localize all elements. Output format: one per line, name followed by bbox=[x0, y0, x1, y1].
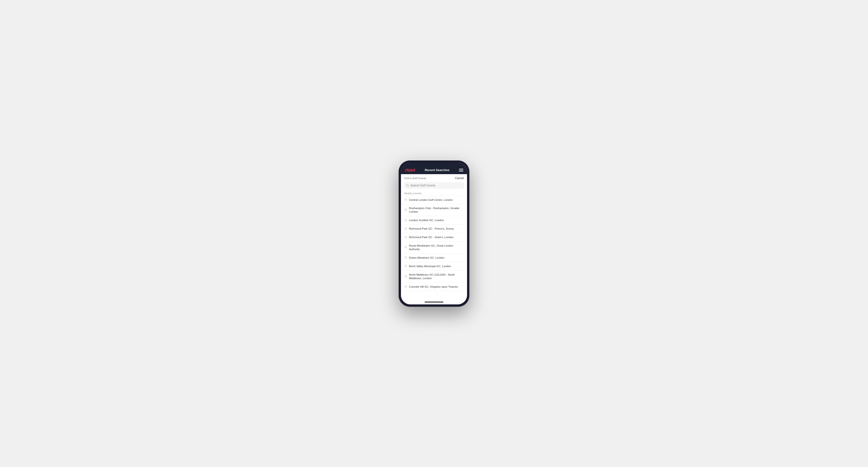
svg-point-2 bbox=[405, 199, 406, 200]
search-input[interactable] bbox=[410, 184, 462, 187]
svg-point-5 bbox=[405, 228, 406, 229]
app-logo: clippd bbox=[405, 168, 415, 172]
course-name: Roehampton Club - Roehampton, Greater Lo… bbox=[409, 207, 464, 214]
svg-point-4 bbox=[405, 220, 406, 220]
search-icon bbox=[406, 184, 409, 187]
course-list-item[interactable]: Richmond Park GC - Prince's, Surrey bbox=[401, 225, 467, 233]
svg-point-10 bbox=[405, 276, 406, 277]
location-pin-icon bbox=[404, 236, 407, 239]
location-pin-icon bbox=[404, 198, 407, 201]
svg-point-11 bbox=[405, 286, 406, 287]
course-list-item[interactable]: Central London Golf Centre, London bbox=[401, 196, 467, 205]
location-pin-icon bbox=[404, 219, 407, 222]
course-list-item[interactable]: North Middlesex GC (1011942 - North Midd… bbox=[401, 271, 467, 283]
course-list-item[interactable]: Coombe Hill GC, Kingston upon Thames bbox=[401, 283, 467, 291]
search-box bbox=[404, 182, 464, 189]
svg-point-6 bbox=[405, 237, 406, 238]
courses-list: Central London Golf Centre, London Roeha… bbox=[401, 196, 467, 291]
course-name: Dukes Meadows GC, London bbox=[409, 256, 444, 259]
phone-frame: clippd Recent Searches Find a Golf Cours… bbox=[399, 160, 469, 307]
location-pin-icon bbox=[404, 256, 407, 259]
menu-line-3 bbox=[459, 171, 463, 172]
course-list-item[interactable]: Royal Wimbledon GC, Great London Authori… bbox=[401, 242, 467, 254]
course-list-item[interactable]: London Scottish GC, London bbox=[401, 216, 467, 225]
status-bar bbox=[401, 163, 467, 166]
nearby-courses-section: Nearby courses Central London Golf Centr… bbox=[401, 191, 467, 300]
svg-point-8 bbox=[405, 257, 406, 258]
course-list-item[interactable]: Richmond Park GC - Duke's, London bbox=[401, 233, 467, 242]
location-pin-icon bbox=[404, 275, 407, 278]
course-name: Richmond Park GC - Prince's, Surrey bbox=[409, 227, 454, 230]
svg-point-7 bbox=[405, 247, 406, 248]
course-name: Coombe Hill GC, Kingston upon Thames bbox=[409, 285, 458, 289]
app-header: clippd Recent Searches bbox=[401, 166, 467, 174]
menu-line-2 bbox=[459, 170, 463, 170]
home-indicator bbox=[425, 302, 443, 303]
course-name: Brent Valley Municipal GC, London bbox=[409, 264, 451, 268]
location-pin-icon bbox=[404, 246, 407, 249]
location-pin-icon bbox=[404, 227, 407, 230]
nearby-header: Nearby courses bbox=[401, 191, 467, 196]
cancel-button[interactable]: Cancel bbox=[455, 177, 464, 180]
location-pin-icon bbox=[404, 209, 407, 212]
search-container bbox=[401, 181, 467, 191]
phone-screen: clippd Recent Searches Find a Golf Cours… bbox=[401, 163, 467, 304]
course-name: Royal Wimbledon GC, Great London Authori… bbox=[409, 244, 464, 251]
course-list-item[interactable]: Brent Valley Municipal GC, London bbox=[401, 262, 467, 271]
main-content: Find a Golf Course Cancel Nearby courses bbox=[401, 174, 467, 300]
location-pin-icon bbox=[404, 265, 407, 268]
menu-icon[interactable] bbox=[459, 169, 463, 172]
course-name: London Scottish GC, London bbox=[409, 219, 444, 222]
course-list-item[interactable]: Dukes Meadows GC, London bbox=[401, 254, 467, 262]
find-label: Find a Golf Course bbox=[404, 177, 426, 180]
svg-point-9 bbox=[405, 266, 406, 267]
menu-line-1 bbox=[459, 169, 463, 169]
home-bar bbox=[401, 300, 467, 304]
svg-point-3 bbox=[405, 210, 406, 210]
course-list-item[interactable]: Roehampton Club - Roehampton, Greater Lo… bbox=[401, 204, 467, 216]
location-pin-icon bbox=[404, 285, 407, 288]
course-name: Central London Golf Centre, London bbox=[409, 198, 453, 202]
svg-line-1 bbox=[408, 186, 408, 186]
find-bar: Find a Golf Course Cancel bbox=[401, 174, 467, 181]
course-name: North Middlesex GC (1011942 - North Midd… bbox=[409, 273, 464, 280]
course-name: Richmond Park GC - Duke's, London bbox=[409, 236, 454, 239]
header-title: Recent Searches bbox=[425, 168, 450, 172]
